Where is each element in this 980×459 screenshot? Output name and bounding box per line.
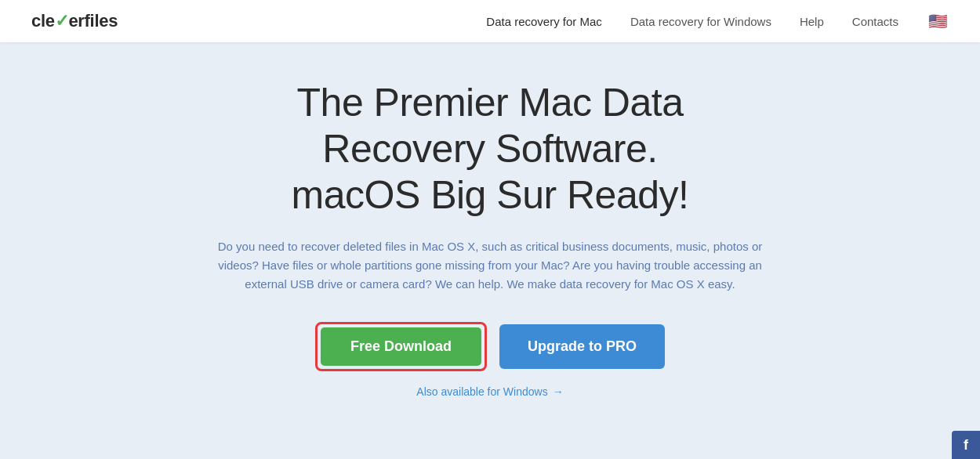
header: cle✓erfiles Data recovery for Mac Data r… xyxy=(0,0,980,42)
free-download-button[interactable]: Free Download xyxy=(321,327,481,366)
logo[interactable]: cle✓erfiles xyxy=(31,11,118,31)
upgrade-pro-button[interactable]: Upgrade to PRO xyxy=(499,324,665,369)
logo-text: cle✓erfiles xyxy=(31,11,118,31)
main-headline: The Premier Mac Data Recovery Software. … xyxy=(292,80,689,219)
also-available-arrow-icon: → xyxy=(553,385,564,398)
nav-data-recovery-mac[interactable]: Data recovery for Mac xyxy=(486,15,602,28)
logo-check: ✓ xyxy=(55,11,69,31)
also-available-text: Also available for Windows xyxy=(416,385,547,398)
nav-data-recovery-windows[interactable]: Data recovery for Windows xyxy=(630,15,771,28)
nav-contacts[interactable]: Contacts xyxy=(852,15,898,28)
language-flag[interactable]: 🇺🇸 xyxy=(927,10,949,32)
main-nav: Data recovery for Mac Data recovery for … xyxy=(486,10,949,32)
nav-help[interactable]: Help xyxy=(800,15,824,28)
main-description: Do you need to recover deleted files in … xyxy=(208,237,772,294)
main-content: The Premier Mac Data Recovery Software. … xyxy=(0,42,980,398)
facebook-icon[interactable]: f xyxy=(952,431,980,459)
also-available-windows-link[interactable]: Also available for Windows → xyxy=(416,385,563,398)
cta-buttons: Free Download Upgrade to PRO xyxy=(315,322,665,371)
free-download-wrapper: Free Download xyxy=(315,322,487,371)
